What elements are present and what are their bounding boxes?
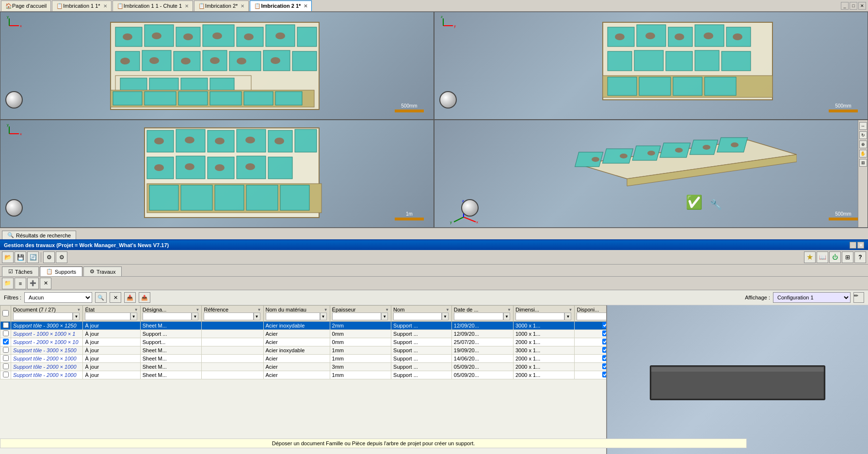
filter-clear-btn[interactable]: ✕: [110, 292, 121, 303]
panel-close-btn[interactable]: ✕: [857, 242, 864, 249]
col-nommat-filter[interactable]: [266, 313, 320, 320]
row-ref: [202, 363, 263, 371]
grid-btn[interactable]: ⊞: [842, 251, 853, 263]
col-date-filter-btn[interactable]: ▼: [503, 313, 510, 320]
open-btn[interactable]: 📂: [2, 251, 14, 263]
sub-list-btn[interactable]: ≡: [15, 278, 26, 289]
book-btn[interactable]: 📖: [817, 251, 828, 263]
col-doc-header[interactable]: Document (7 / 27)▼ ▼: [11, 306, 83, 322]
sub-delete-btn[interactable]: ✕: [40, 278, 51, 289]
tab-imb2-close[interactable]: ✕: [241, 3, 244, 9]
tab-imb1-label: Imbrication 1 1*: [63, 3, 100, 9]
filter-export-btn[interactable]: 📤: [139, 292, 150, 303]
row-checkbox[interactable]: [3, 372, 9, 377]
settings-btn1[interactable]: ⚙: [43, 251, 55, 263]
col-etat-header[interactable]: État▼ ▼: [83, 306, 140, 322]
row-checkbox[interactable]: [3, 355, 9, 361]
config-edit-btn[interactable]: ✏: [853, 292, 864, 303]
tab-imb21[interactable]: 📋 Imbrication 2 1* ✕: [250, 0, 312, 11]
col-dimen-header[interactable]: Dimensi...▼ ▼: [513, 306, 575, 322]
display-select[interactable]: Configuration 1 Configuration 2: [773, 292, 851, 303]
viewport-top-left[interactable]: xy 500mm: [0, 12, 434, 120]
col-epaisseur-filter[interactable]: [332, 313, 382, 320]
confirm-icon[interactable]: ✅: [686, 194, 703, 210]
filter-import-btn[interactable]: 📥: [124, 292, 136, 303]
col-epaisseur-header[interactable]: Épaisseur▼ ▼: [330, 306, 391, 322]
svg-rect-85: [280, 185, 309, 210]
save-btn[interactable]: 💾: [15, 251, 26, 263]
col-dimen-filter[interactable]: [515, 313, 565, 320]
power-btn[interactable]: ⏻: [829, 251, 841, 263]
col-ref-filter[interactable]: [204, 313, 253, 320]
tab-imb21-close[interactable]: ✕: [304, 3, 307, 9]
risultati-tab[interactable]: 🔍 Résultats de recherche: [2, 231, 76, 239]
vp-btn-fit[interactable]: ⊞: [859, 159, 867, 167]
minimize-btn[interactable]: _: [841, 2, 849, 10]
col-desig-filter[interactable]: [143, 313, 192, 320]
tab-supports[interactable]: 📋 Supports: [40, 266, 82, 276]
tools-icon[interactable]: 🔧: [710, 199, 722, 210]
sub-add-btn[interactable]: ➕: [27, 278, 39, 289]
col-dimen-filter-btn[interactable]: ▼: [564, 313, 571, 320]
svg-text:x: x: [20, 132, 22, 136]
svg-point-31: [271, 57, 280, 64]
col-nommat-header[interactable]: Nom du matériau▼ ▼: [263, 306, 330, 322]
vp-btn-pan[interactable]: ✋: [859, 150, 867, 157]
tab-imb1-chute[interactable]: 📋 Imbrication 1 1 - Chute 1 ✕: [113, 0, 193, 11]
col-desig-header[interactable]: Désigna...▼ ▼: [140, 306, 202, 322]
viewport-bottom-left[interactable]: xy 1m: [0, 120, 434, 228]
col-doc-filter[interactable]: [13, 313, 73, 320]
vp-btn-rotate[interactable]: ↻: [859, 131, 867, 139]
refresh-btn[interactable]: 🔄: [27, 251, 39, 263]
row-check-cell: [0, 363, 11, 371]
col-nom-filter[interactable]: [393, 313, 442, 320]
star-btn[interactable]: ★: [804, 251, 816, 263]
tab-travaux[interactable]: ⚙ Travaux: [83, 266, 122, 276]
filter-select[interactable]: Aucun Filtre 1: [24, 292, 92, 303]
filter-search-btn[interactable]: 🔍: [95, 292, 107, 303]
row-etat: À jour: [83, 355, 140, 363]
tab-imb1-chute-close[interactable]: ✕: [185, 3, 189, 9]
row-dimen: 3000 x 1...: [513, 322, 575, 330]
panel-minimize-btn[interactable]: _: [850, 242, 856, 249]
row-check-cell: [0, 330, 11, 338]
col-epaisseur-filter-btn[interactable]: ▼: [381, 313, 388, 320]
maximize-btn[interactable]: □: [850, 2, 857, 10]
col-nom-filter-btn[interactable]: ▼: [442, 313, 449, 320]
col-ref-header[interactable]: Référence▼ ▼: [202, 306, 263, 322]
row-checkbox[interactable]: [3, 330, 9, 336]
col-nom-header[interactable]: Nom▼ ▼: [391, 306, 452, 322]
row-ref: [202, 371, 263, 379]
svg-line-114: [454, 217, 464, 222]
row-checkbox[interactable]: [3, 339, 9, 344]
tab-imb1-icon: 📋: [56, 3, 63, 9]
row-checkbox[interactable]: [3, 322, 9, 328]
vp-btn-move[interactable]: ↔: [859, 122, 867, 130]
tab-home[interactable]: 🏠 Page d'accueil: [1, 0, 51, 11]
col-nommat-filter-btn[interactable]: ▼: [320, 313, 327, 320]
settings-btn2[interactable]: ⚙: [56, 251, 67, 263]
viewport-top-right[interactable]: yz 500mm: [434, 12, 868, 120]
tab-taches[interactable]: ☑ Tâches: [2, 266, 39, 276]
row-checkbox[interactable]: [3, 347, 9, 353]
col-date-filter[interactable]: [454, 313, 503, 320]
col-etat-filter[interactable]: [85, 313, 130, 320]
select-all-cb[interactable]: [2, 310, 9, 316]
scale-bar-br: 500mm: [829, 211, 858, 220]
tab-imb1[interactable]: 📋 Imbrication 1 1* ✕: [52, 0, 111, 11]
tab-imb2[interactable]: 📋 Imbrication 2* ✕: [194, 0, 249, 11]
col-etat-filter-btn[interactable]: ▼: [130, 313, 137, 320]
help-btn[interactable]: ?: [854, 251, 866, 263]
viewport-bottom-right[interactable]: x y z ✅ 🔧 500mm ↔ ↻ ⊕ ✋ ⊞: [434, 120, 868, 228]
vp-btn-zoom[interactable]: ⊕: [859, 141, 867, 148]
sub-folder-btn[interactable]: 📁: [2, 278, 14, 289]
row-checkbox[interactable]: [3, 363, 9, 369]
col-desig-filter-btn[interactable]: ▼: [192, 313, 198, 320]
col-date-header[interactable]: Date de ...▼ ▼: [451, 306, 513, 322]
close-btn[interactable]: ✕: [858, 2, 866, 10]
tab-imb1-close[interactable]: ✕: [103, 3, 107, 9]
tab-home-label: Page d'accueil: [12, 3, 47, 9]
col-doc-filter-btn[interactable]: ▼: [73, 313, 80, 320]
svg-point-109: [647, 151, 655, 156]
col-ref-filter-btn[interactable]: ▼: [254, 313, 260, 320]
